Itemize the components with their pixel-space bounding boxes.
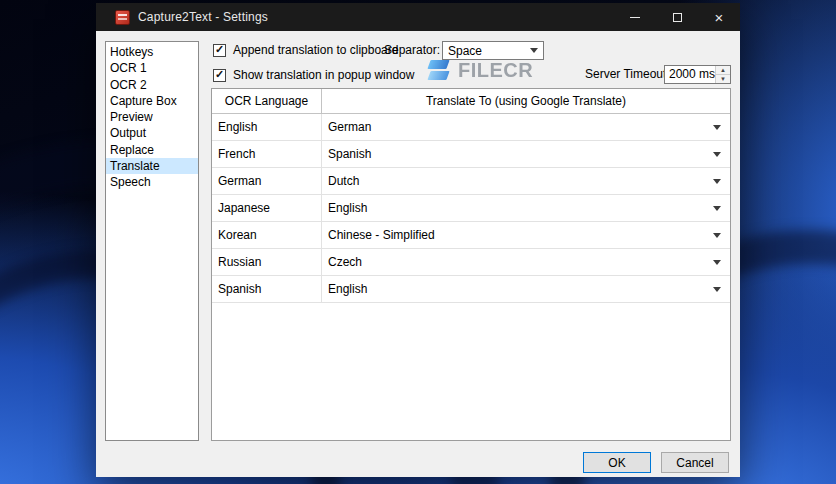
chevron-down-icon (713, 287, 721, 292)
close-button[interactable]: × (698, 3, 740, 31)
target-language-value: Dutch (328, 174, 359, 188)
separator-value: Space (443, 44, 530, 58)
nav-item-replace[interactable]: Replace (106, 142, 198, 158)
settings-window: Capture2Text - Settings × Hotkeys OCR 1 … (96, 3, 740, 477)
source-language-cell: Russian (212, 249, 322, 275)
popup-window-field: ✓ Show translation in popup window (213, 68, 414, 82)
source-language-cell: German (212, 168, 322, 194)
cancel-button[interactable]: Cancel (661, 452, 729, 473)
target-language-value: English (328, 201, 367, 215)
header-ocr-language: OCR Language (212, 89, 322, 113)
close-icon: × (715, 10, 724, 25)
table-row: English German (212, 114, 730, 141)
table-row: Russian Czech (212, 249, 730, 276)
nav-item-ocr-2[interactable]: OCR 2 (106, 77, 198, 93)
spinner: ▲ ▼ (715, 66, 730, 83)
target-language-value: Spanish (328, 147, 371, 161)
target-language-value: Chinese - Simplified (328, 228, 435, 242)
append-clipboard-checkbox[interactable]: ✓ (213, 44, 226, 57)
nav-item-output[interactable]: Output (106, 125, 198, 141)
target-language-dropdown[interactable]: German (322, 114, 730, 140)
server-timeout-input[interactable]: 2000 ms ▲ ▼ (664, 65, 731, 84)
source-language-cell: English (212, 114, 322, 140)
table-row: French Spanish (212, 141, 730, 168)
source-language-cell: French (212, 141, 322, 167)
table-header: OCR Language Translate To (using Google … (212, 89, 730, 114)
popup-window-checkbox[interactable]: ✓ (213, 69, 226, 82)
minimize-icon (630, 17, 640, 18)
maximize-button[interactable] (656, 3, 698, 31)
nav-item-speech[interactable]: Speech (106, 174, 198, 190)
translation-table: OCR Language Translate To (using Google … (211, 88, 731, 441)
server-timeout-label: Server Timeout: (585, 65, 660, 84)
append-clipboard-label: Append translation to clipboard (233, 43, 398, 57)
window-title: Capture2Text - Settings (138, 10, 268, 24)
table-row: Spanish English (212, 276, 730, 303)
minimize-button[interactable] (614, 3, 656, 31)
chevron-down-icon (530, 48, 538, 53)
checkmark-icon: ✓ (215, 69, 224, 80)
nav-item-capture-box[interactable]: Capture Box (106, 93, 198, 109)
app-icon (115, 10, 130, 25)
server-timeout-value: 2000 ms (665, 66, 715, 83)
ok-button[interactable]: OK (583, 452, 651, 473)
target-language-dropdown[interactable]: Czech (322, 249, 730, 275)
target-language-dropdown[interactable]: English (322, 195, 730, 221)
desktop: Capture2Text - Settings × Hotkeys OCR 1 … (0, 0, 836, 484)
nav-item-preview[interactable]: Preview (106, 109, 198, 125)
source-language-cell: Japanese (212, 195, 322, 221)
target-language-dropdown[interactable]: Chinese - Simplified (322, 222, 730, 248)
separator-dropdown[interactable]: Space (442, 41, 544, 60)
source-language-cell: Spanish (212, 276, 322, 302)
chevron-down-icon (713, 233, 721, 238)
chevron-down-icon: ▼ (720, 76, 726, 82)
nav-item-ocr-1[interactable]: OCR 1 (106, 60, 198, 76)
append-clipboard-field: ✓ Append translation to clipboard (213, 43, 398, 57)
popup-window-label: Show translation in popup window (233, 68, 414, 82)
table-row: Korean Chinese - Simplified (212, 222, 730, 249)
maximize-icon (673, 13, 682, 22)
target-language-dropdown[interactable]: Dutch (322, 168, 730, 194)
table-row: Japanese English (212, 195, 730, 222)
chevron-down-icon (713, 206, 721, 211)
table-row: German Dutch (212, 168, 730, 195)
chevron-down-icon (713, 152, 721, 157)
target-language-value: German (328, 120, 371, 134)
source-language-cell: Korean (212, 222, 322, 248)
settings-body: Hotkeys OCR 1 OCR 2 Capture Box Preview … (96, 31, 740, 477)
settings-nav-list: Hotkeys OCR 1 OCR 2 Capture Box Preview … (105, 41, 199, 441)
chevron-down-icon (713, 125, 721, 130)
spin-up-button[interactable]: ▲ (716, 66, 730, 75)
nav-item-translate[interactable]: Translate (106, 158, 198, 174)
chevron-down-icon (713, 179, 721, 184)
nav-item-hotkeys[interactable]: Hotkeys (106, 44, 198, 60)
target-language-value: English (328, 282, 367, 296)
titlebar: Capture2Text - Settings × (96, 3, 740, 31)
header-translate-to: Translate To (using Google Translate) (322, 89, 730, 113)
chevron-up-icon: ▲ (720, 67, 726, 73)
window-controls: × (614, 3, 740, 31)
separator-label: Separator: (384, 41, 436, 60)
chevron-down-icon (713, 260, 721, 265)
target-language-value: Czech (328, 255, 362, 269)
checkmark-icon: ✓ (215, 44, 224, 55)
target-language-dropdown[interactable]: Spanish (322, 141, 730, 167)
spin-down-button[interactable]: ▼ (716, 75, 730, 83)
target-language-dropdown[interactable]: English (322, 276, 730, 302)
